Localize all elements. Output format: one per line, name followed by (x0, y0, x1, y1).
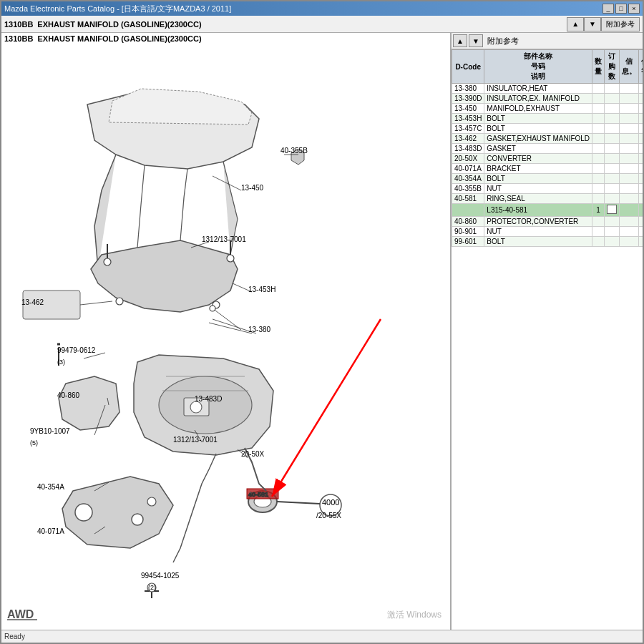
svg-text:(5): (5) (30, 439, 38, 447)
svg-text:4000: 4000 (322, 498, 339, 507)
cell-dai (639, 114, 643, 124)
cell-name: MANIFOLD,EXHAUST (484, 104, 592, 114)
svg-line-23 (213, 308, 241, 330)
svg-line-61 (272, 319, 381, 497)
order-qty-input[interactable] (607, 205, 617, 214)
right-panel-header: ▲ ▼ 附加参考 (452, 33, 643, 49)
cell-name: L315-40-581 (484, 204, 592, 217)
table-row[interactable]: L315-40-5811 (452, 204, 643, 217)
cell-name: RING,SEAL (484, 194, 592, 204)
maximize-button[interactable]: □ (615, 4, 627, 14)
panel-scroll-down[interactable]: ▼ (469, 34, 483, 47)
cell-qty (592, 164, 605, 174)
cell-dcode: 40-354A (452, 174, 484, 184)
minimize-button[interactable]: _ (602, 4, 614, 14)
cell-dcode (452, 204, 484, 217)
cell-qty (592, 174, 605, 184)
scroll-down-btn[interactable]: ▼ (584, 17, 601, 31)
panel-scroll-up[interactable]: ▲ (453, 34, 467, 47)
table-row[interactable]: 40-071ABRACKET (452, 164, 643, 174)
col-header-qty: 数量 (592, 50, 605, 84)
window-title: Mazda Electronic Parts Catalog - [日本言語/文… (4, 4, 231, 14)
svg-text:40-581: 40-581 (248, 491, 268, 498)
cell-name: GASKET,EXHAUST MANIFOLD (484, 134, 592, 144)
title-bar-buttons: _ □ × (602, 4, 640, 14)
cell-dcode: 40-355B (452, 184, 484, 194)
cell-dcode: 13-380 (452, 84, 484, 94)
table-row[interactable]: 40-355BNUT (452, 184, 643, 194)
svg-text:40-071A: 40-071A (37, 527, 64, 535)
table-row[interactable]: 40-354ABOLT (452, 174, 643, 184)
table-row[interactable]: 13-462GASKET,EXHAUST MANIFOLD (452, 134, 643, 144)
col-header-info: 信息。 (620, 50, 639, 84)
col-header-order: 订购数 (605, 50, 620, 84)
cell-dai (639, 204, 643, 217)
cell-order (605, 84, 620, 94)
cell-dai (639, 124, 643, 134)
table-row[interactable]: 13-457CBOLT (452, 124, 643, 134)
table-row[interactable]: 13-390DINSULATOR,EX. MANIFOLD (452, 94, 643, 104)
table-row[interactable]: 90-901NUT (452, 227, 643, 237)
table-row[interactable]: 99-601BOLT (452, 237, 643, 247)
cell-dcode: 13-453H (452, 114, 484, 124)
cell-info (620, 154, 639, 164)
parts-table: D-Code 部件名称号码说明 数量 订购数 信息。 代替 13-380INSU… (452, 49, 643, 630)
cell-qty (592, 144, 605, 154)
svg-text:40-354A: 40-354A (37, 483, 64, 491)
cell-order (605, 114, 620, 124)
cell-info (620, 124, 639, 134)
cell-info (620, 164, 639, 174)
cell-dcode: 40-581 (452, 194, 484, 204)
aux-ref-btn[interactable]: 附加参考 (601, 17, 640, 31)
watermark: 激活 Windows (387, 609, 441, 621)
cell-dcode: 20-50X (452, 154, 484, 164)
cell-name: NUT (484, 227, 592, 237)
svg-text:99479-0612: 99479-0612 (57, 346, 96, 354)
cell-name: CONVERTER (484, 154, 592, 164)
cell-dcode: 13-462 (452, 134, 484, 144)
cell-dcode: 40-071A (452, 164, 484, 174)
toolbar-area: 1310BB EXHAUST MANIFOLD (GASOLINE)(2300C… (1, 16, 643, 33)
table-row[interactable]: 40-581RING,SEAL (452, 194, 643, 204)
cell-dai (639, 154, 643, 164)
section-title: EXHAUST MANIFOLD (GASOLINE)(2300CC) (37, 20, 201, 29)
cell-dai (639, 217, 643, 227)
cell-qty (592, 94, 605, 104)
scroll-up-btn[interactable]: ▲ (567, 17, 584, 31)
svg-text:(3): (3) (57, 358, 65, 366)
table-row[interactable]: 13-380INSULATOR,HEAT (452, 84, 643, 94)
svg-point-11 (132, 514, 143, 525)
svg-text:13-380: 13-380 (248, 326, 271, 333)
cell-qty (592, 154, 605, 164)
cell-order (605, 237, 620, 247)
table-row[interactable]: 20-50XCONVERTER (452, 154, 643, 164)
cell-order (605, 134, 620, 144)
cell-dai (639, 174, 643, 184)
cell-order (605, 94, 620, 104)
status-text: Ready (4, 633, 25, 640)
cell-order (605, 164, 620, 174)
cell-dai (639, 144, 643, 154)
table-row[interactable]: 13-450MANIFOLD,EXHAUST (452, 104, 643, 114)
svg-text:20-50X: 20-50X (241, 450, 265, 458)
col-header-dcode: D-Code (452, 50, 484, 84)
table-row[interactable]: 40-860PROTECTOR,CONVERTER (452, 217, 643, 227)
close-button[interactable]: × (628, 4, 640, 14)
cell-name: BOLT (484, 237, 592, 247)
cell-dai (639, 134, 643, 144)
cell-order (605, 104, 620, 114)
cell-info (620, 194, 639, 204)
cell-info (620, 184, 639, 194)
svg-line-30 (209, 323, 252, 333)
cell-name: NUT (484, 184, 592, 194)
svg-point-26 (190, 401, 202, 413)
cell-order (605, 184, 620, 194)
svg-text:13-483D: 13-483D (195, 395, 222, 403)
table-row[interactable]: 13-483DGASKET (452, 144, 643, 154)
cell-dai (639, 84, 643, 94)
cell-name: BOLT (484, 114, 592, 124)
col-header-dai: 代替 (639, 50, 643, 84)
cell-dai (639, 104, 643, 114)
table-row[interactable]: 13-453HBOLT (452, 114, 643, 124)
cell-qty (592, 104, 605, 114)
